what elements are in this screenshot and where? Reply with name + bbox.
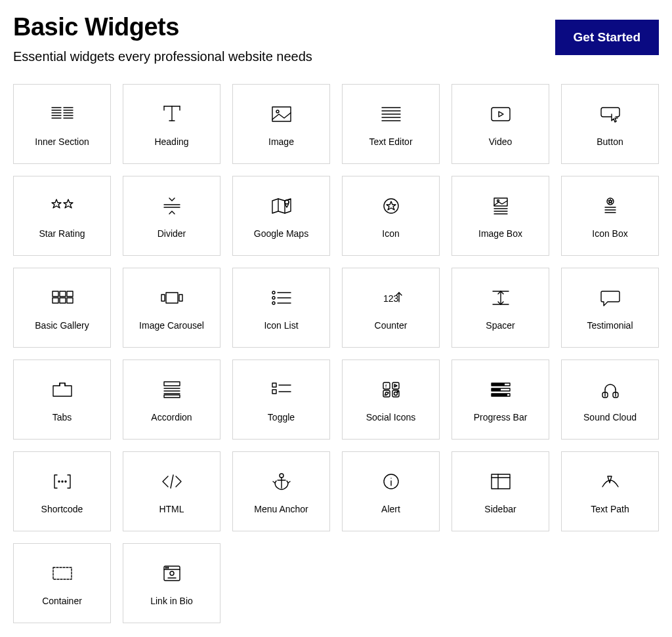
header-text: Basic Widgets Essential widgets every pr… bbox=[13, 13, 555, 64]
spacer-icon bbox=[489, 285, 513, 311]
widget-card-text-path[interactable]: Text Path bbox=[561, 451, 659, 531]
widget-card-tabs[interactable]: Tabs bbox=[13, 360, 111, 440]
widget-label: Accordion bbox=[151, 412, 192, 422]
widget-card-alert[interactable]: Alert bbox=[342, 451, 440, 531]
testimonial-icon bbox=[598, 285, 622, 311]
text-path-icon bbox=[598, 468, 622, 495]
icon-box-icon bbox=[598, 193, 622, 219]
widget-card-heading[interactable]: Heading bbox=[123, 84, 220, 164]
video-icon bbox=[489, 101, 513, 127]
widget-label: Toggle bbox=[268, 412, 295, 422]
widget-card-accordion[interactable]: Accordion bbox=[123, 360, 220, 440]
widget-card-icon-box[interactable]: Icon Box bbox=[561, 176, 659, 256]
widget-label: Icon List bbox=[264, 320, 298, 331]
star-rating-icon bbox=[51, 193, 74, 219]
sound-cloud-icon bbox=[598, 377, 622, 403]
widget-label: Text Editor bbox=[369, 136, 412, 147]
widget-card-icon[interactable]: Icon bbox=[342, 176, 440, 256]
basic-gallery-icon bbox=[51, 285, 74, 311]
widget-label: Counter bbox=[375, 320, 408, 331]
widget-label: Star Rating bbox=[39, 228, 85, 239]
widget-card-image-carousel[interactable]: Image Carousel bbox=[123, 268, 220, 348]
widget-card-image[interactable]: Image bbox=[232, 84, 330, 164]
image-carousel-icon bbox=[160, 285, 184, 311]
widget-card-progress-bar[interactable]: Progress Bar bbox=[452, 360, 549, 440]
sidebar-icon bbox=[489, 468, 513, 495]
widget-label: Sidebar bbox=[484, 504, 516, 514]
widget-card-icon-list[interactable]: Icon List bbox=[232, 268, 330, 348]
widget-label: Google Maps bbox=[254, 228, 308, 239]
widget-card-inner-section[interactable]: Inner Section bbox=[13, 84, 111, 164]
widget-card-basic-gallery[interactable]: Basic Gallery bbox=[13, 268, 111, 348]
widget-label: Social Icons bbox=[366, 412, 415, 422]
widget-card-google-maps[interactable]: Google Maps bbox=[232, 176, 330, 256]
widget-card-toggle[interactable]: Toggle bbox=[232, 360, 330, 440]
google-maps-icon bbox=[270, 193, 293, 219]
alert-icon bbox=[379, 468, 403, 495]
widget-card-spacer[interactable]: Spacer bbox=[452, 268, 549, 348]
widget-label: Spacer bbox=[486, 320, 514, 331]
html-icon bbox=[160, 468, 184, 495]
widget-card-text-editor[interactable]: Text Editor bbox=[342, 84, 440, 164]
widget-card-social-icons[interactable]: Social Icons bbox=[342, 360, 440, 440]
get-started-button[interactable]: Get Started bbox=[555, 20, 659, 55]
widget-label: Tabs bbox=[52, 412, 72, 422]
social-icons-icon bbox=[379, 377, 403, 403]
widget-card-counter[interactable]: Counter bbox=[342, 268, 440, 348]
toggle-icon bbox=[270, 377, 293, 403]
image-icon bbox=[270, 101, 293, 127]
widget-label: Icon bbox=[382, 228, 399, 239]
widget-label: Menu Anchor bbox=[254, 504, 308, 514]
widget-label: Text Path bbox=[591, 504, 629, 514]
widget-label: Image bbox=[268, 136, 294, 147]
widget-card-sidebar[interactable]: Sidebar bbox=[452, 451, 549, 531]
widget-label: Link in Bio bbox=[150, 596, 193, 606]
widget-card-menu-anchor[interactable]: Menu Anchor bbox=[232, 451, 330, 531]
widget-card-shortcode[interactable]: Shortcode bbox=[13, 451, 111, 531]
widget-label: Heading bbox=[154, 136, 188, 147]
widget-card-html[interactable]: HTML bbox=[123, 451, 220, 531]
heading-icon bbox=[160, 101, 184, 127]
widget-card-sound-cloud[interactable]: Sound Cloud bbox=[561, 360, 659, 440]
widget-label: Testimonial bbox=[587, 320, 633, 331]
icon-icon bbox=[379, 193, 403, 219]
button-icon bbox=[598, 101, 622, 127]
widget-card-container[interactable]: Container bbox=[13, 543, 111, 623]
widget-label: Icon Box bbox=[592, 228, 627, 239]
widget-label: Sound Cloud bbox=[583, 412, 637, 422]
widget-card-star-rating[interactable]: Star Rating bbox=[13, 176, 111, 256]
widget-label: Video bbox=[489, 136, 513, 147]
widget-label: Progress Bar bbox=[474, 412, 528, 422]
widget-card-video[interactable]: Video bbox=[452, 84, 549, 164]
link-in-bio-icon bbox=[160, 560, 184, 586]
menu-anchor-icon bbox=[270, 468, 293, 495]
shortcode-icon bbox=[51, 468, 74, 495]
widget-card-divider[interactable]: Divider bbox=[123, 176, 220, 256]
widget-label: Button bbox=[597, 136, 623, 147]
page-subtitle: Essential widgets every professional web… bbox=[13, 49, 555, 64]
widget-label: Alert bbox=[381, 504, 400, 514]
progress-bar-icon bbox=[489, 377, 513, 403]
image-box-icon bbox=[489, 193, 513, 219]
widget-label: Basic Gallery bbox=[35, 320, 89, 331]
accordion-icon bbox=[160, 377, 184, 403]
page-header: Basic Widgets Essential widgets every pr… bbox=[13, 13, 659, 64]
tabs-icon bbox=[51, 377, 74, 403]
widget-label: Image Carousel bbox=[139, 320, 204, 331]
widget-label: Shortcode bbox=[41, 504, 83, 514]
text-editor-icon bbox=[379, 101, 403, 127]
widget-label: Image Box bbox=[478, 228, 522, 239]
widget-card-image-box[interactable]: Image Box bbox=[452, 176, 549, 256]
container-icon bbox=[51, 560, 74, 586]
page-title: Basic Widgets bbox=[13, 13, 555, 41]
widget-label: Divider bbox=[158, 228, 186, 239]
widget-label: HTML bbox=[159, 504, 184, 514]
widget-label: Inner Section bbox=[35, 136, 89, 147]
inner-section-icon bbox=[51, 101, 74, 127]
widget-card-button[interactable]: Button bbox=[561, 84, 659, 164]
icon-list-icon bbox=[270, 285, 293, 311]
widget-label: Container bbox=[42, 596, 82, 606]
widget-card-link-in-bio[interactable]: Link in Bio bbox=[123, 543, 220, 623]
divider-icon bbox=[160, 193, 184, 219]
widget-card-testimonial[interactable]: Testimonial bbox=[561, 268, 659, 348]
